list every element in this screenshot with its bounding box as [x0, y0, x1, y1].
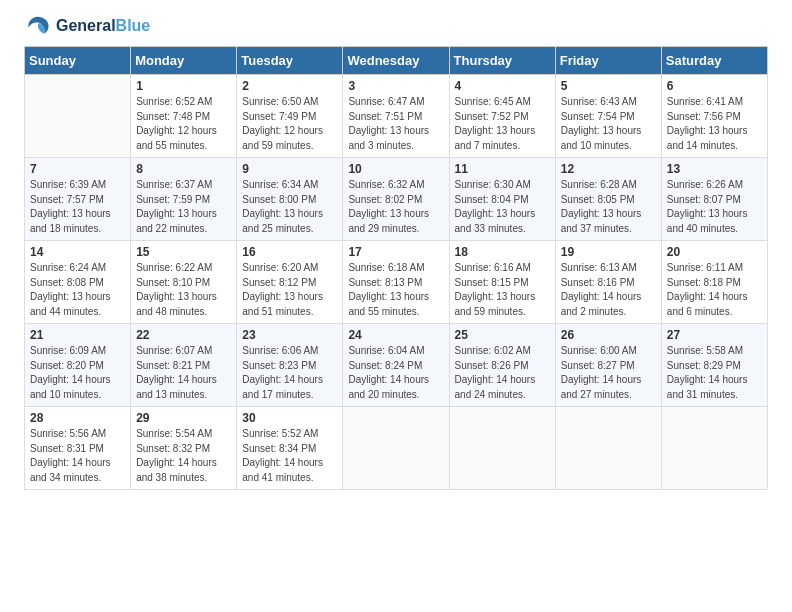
week-row-1: 1Sunrise: 6:52 AM Sunset: 7:48 PM Daylig… — [25, 75, 768, 158]
day-cell: 2Sunrise: 6:50 AM Sunset: 7:49 PM Daylig… — [237, 75, 343, 158]
day-cell: 16Sunrise: 6:20 AM Sunset: 8:12 PM Dayli… — [237, 241, 343, 324]
day-cell: 11Sunrise: 6:30 AM Sunset: 8:04 PM Dayli… — [449, 158, 555, 241]
day-cell: 1Sunrise: 6:52 AM Sunset: 7:48 PM Daylig… — [131, 75, 237, 158]
day-number: 20 — [667, 245, 762, 259]
day-cell: 12Sunrise: 6:28 AM Sunset: 8:05 PM Dayli… — [555, 158, 661, 241]
day-number: 25 — [455, 328, 550, 342]
day-info: Sunrise: 6:16 AM Sunset: 8:15 PM Dayligh… — [455, 261, 550, 319]
day-number: 16 — [242, 245, 337, 259]
day-number: 7 — [30, 162, 125, 176]
day-number: 22 — [136, 328, 231, 342]
dow-thursday: Thursday — [449, 47, 555, 75]
logo-text: GeneralBlue — [56, 17, 150, 35]
day-number: 23 — [242, 328, 337, 342]
day-cell — [449, 407, 555, 490]
day-cell: 21Sunrise: 6:09 AM Sunset: 8:20 PM Dayli… — [25, 324, 131, 407]
day-cell: 3Sunrise: 6:47 AM Sunset: 7:51 PM Daylig… — [343, 75, 449, 158]
day-number: 13 — [667, 162, 762, 176]
day-number: 11 — [455, 162, 550, 176]
day-info: Sunrise: 6:06 AM Sunset: 8:23 PM Dayligh… — [242, 344, 337, 402]
day-info: Sunrise: 6:07 AM Sunset: 8:21 PM Dayligh… — [136, 344, 231, 402]
week-row-4: 21Sunrise: 6:09 AM Sunset: 8:20 PM Dayli… — [25, 324, 768, 407]
calendar-section: SundayMondayTuesdayWednesdayThursdayFrid… — [0, 46, 792, 506]
day-cell: 24Sunrise: 6:04 AM Sunset: 8:24 PM Dayli… — [343, 324, 449, 407]
day-number: 26 — [561, 328, 656, 342]
day-number: 21 — [30, 328, 125, 342]
day-info: Sunrise: 5:58 AM Sunset: 8:29 PM Dayligh… — [667, 344, 762, 402]
day-info: Sunrise: 6:32 AM Sunset: 8:02 PM Dayligh… — [348, 178, 443, 236]
day-number: 19 — [561, 245, 656, 259]
day-info: Sunrise: 6:45 AM Sunset: 7:52 PM Dayligh… — [455, 95, 550, 153]
day-cell: 6Sunrise: 6:41 AM Sunset: 7:56 PM Daylig… — [661, 75, 767, 158]
day-cell: 14Sunrise: 6:24 AM Sunset: 8:08 PM Dayli… — [25, 241, 131, 324]
day-number: 2 — [242, 79, 337, 93]
day-number: 28 — [30, 411, 125, 425]
day-number: 6 — [667, 79, 762, 93]
day-info: Sunrise: 6:22 AM Sunset: 8:10 PM Dayligh… — [136, 261, 231, 319]
day-cell: 30Sunrise: 5:52 AM Sunset: 8:34 PM Dayli… — [237, 407, 343, 490]
day-cell: 26Sunrise: 6:00 AM Sunset: 8:27 PM Dayli… — [555, 324, 661, 407]
dow-saturday: Saturday — [661, 47, 767, 75]
day-info: Sunrise: 6:20 AM Sunset: 8:12 PM Dayligh… — [242, 261, 337, 319]
day-cell: 13Sunrise: 6:26 AM Sunset: 8:07 PM Dayli… — [661, 158, 767, 241]
day-cell: 22Sunrise: 6:07 AM Sunset: 8:21 PM Dayli… — [131, 324, 237, 407]
day-info: Sunrise: 5:52 AM Sunset: 8:34 PM Dayligh… — [242, 427, 337, 485]
day-number: 12 — [561, 162, 656, 176]
day-number: 4 — [455, 79, 550, 93]
day-info: Sunrise: 6:37 AM Sunset: 7:59 PM Dayligh… — [136, 178, 231, 236]
day-cell: 29Sunrise: 5:54 AM Sunset: 8:32 PM Dayli… — [131, 407, 237, 490]
week-row-2: 7Sunrise: 6:39 AM Sunset: 7:57 PM Daylig… — [25, 158, 768, 241]
day-number: 15 — [136, 245, 231, 259]
calendar-body: 1Sunrise: 6:52 AM Sunset: 7:48 PM Daylig… — [25, 75, 768, 490]
day-cell: 9Sunrise: 6:34 AM Sunset: 8:00 PM Daylig… — [237, 158, 343, 241]
day-cell: 15Sunrise: 6:22 AM Sunset: 8:10 PM Dayli… — [131, 241, 237, 324]
day-cell: 7Sunrise: 6:39 AM Sunset: 7:57 PM Daylig… — [25, 158, 131, 241]
day-number: 29 — [136, 411, 231, 425]
day-info: Sunrise: 6:26 AM Sunset: 8:07 PM Dayligh… — [667, 178, 762, 236]
dow-tuesday: Tuesday — [237, 47, 343, 75]
day-cell: 4Sunrise: 6:45 AM Sunset: 7:52 PM Daylig… — [449, 75, 555, 158]
dow-monday: Monday — [131, 47, 237, 75]
header-row: GeneralBlue — [0, 0, 792, 46]
day-info: Sunrise: 5:54 AM Sunset: 8:32 PM Dayligh… — [136, 427, 231, 485]
day-info: Sunrise: 6:50 AM Sunset: 7:49 PM Dayligh… — [242, 95, 337, 153]
day-number: 18 — [455, 245, 550, 259]
day-cell — [661, 407, 767, 490]
day-number: 8 — [136, 162, 231, 176]
day-number: 27 — [667, 328, 762, 342]
day-info: Sunrise: 6:00 AM Sunset: 8:27 PM Dayligh… — [561, 344, 656, 402]
day-info: Sunrise: 6:39 AM Sunset: 7:57 PM Dayligh… — [30, 178, 125, 236]
day-number: 24 — [348, 328, 443, 342]
day-info: Sunrise: 6:43 AM Sunset: 7:54 PM Dayligh… — [561, 95, 656, 153]
day-cell: 8Sunrise: 6:37 AM Sunset: 7:59 PM Daylig… — [131, 158, 237, 241]
day-info: Sunrise: 6:47 AM Sunset: 7:51 PM Dayligh… — [348, 95, 443, 153]
day-cell: 28Sunrise: 5:56 AM Sunset: 8:31 PM Dayli… — [25, 407, 131, 490]
logo: GeneralBlue — [24, 12, 150, 40]
day-cell: 18Sunrise: 6:16 AM Sunset: 8:15 PM Dayli… — [449, 241, 555, 324]
day-number: 17 — [348, 245, 443, 259]
day-info: Sunrise: 5:56 AM Sunset: 8:31 PM Dayligh… — [30, 427, 125, 485]
day-of-week-header: SundayMondayTuesdayWednesdayThursdayFrid… — [25, 47, 768, 75]
day-cell: 20Sunrise: 6:11 AM Sunset: 8:18 PM Dayli… — [661, 241, 767, 324]
day-info: Sunrise: 6:09 AM Sunset: 8:20 PM Dayligh… — [30, 344, 125, 402]
day-cell — [25, 75, 131, 158]
day-cell: 10Sunrise: 6:32 AM Sunset: 8:02 PM Dayli… — [343, 158, 449, 241]
day-number: 3 — [348, 79, 443, 93]
day-cell — [555, 407, 661, 490]
week-row-3: 14Sunrise: 6:24 AM Sunset: 8:08 PM Dayli… — [25, 241, 768, 324]
day-info: Sunrise: 6:04 AM Sunset: 8:24 PM Dayligh… — [348, 344, 443, 402]
day-number: 5 — [561, 79, 656, 93]
day-cell: 19Sunrise: 6:13 AM Sunset: 8:16 PM Dayli… — [555, 241, 661, 324]
day-cell: 27Sunrise: 5:58 AM Sunset: 8:29 PM Dayli… — [661, 324, 767, 407]
day-info: Sunrise: 6:52 AM Sunset: 7:48 PM Dayligh… — [136, 95, 231, 153]
calendar-table: SundayMondayTuesdayWednesdayThursdayFrid… — [24, 46, 768, 490]
day-number: 14 — [30, 245, 125, 259]
day-info: Sunrise: 6:24 AM Sunset: 8:08 PM Dayligh… — [30, 261, 125, 319]
logo-icon — [24, 12, 52, 40]
day-cell — [343, 407, 449, 490]
day-info: Sunrise: 6:02 AM Sunset: 8:26 PM Dayligh… — [455, 344, 550, 402]
day-info: Sunrise: 6:28 AM Sunset: 8:05 PM Dayligh… — [561, 178, 656, 236]
dow-sunday: Sunday — [25, 47, 131, 75]
day-info: Sunrise: 6:13 AM Sunset: 8:16 PM Dayligh… — [561, 261, 656, 319]
day-number: 30 — [242, 411, 337, 425]
